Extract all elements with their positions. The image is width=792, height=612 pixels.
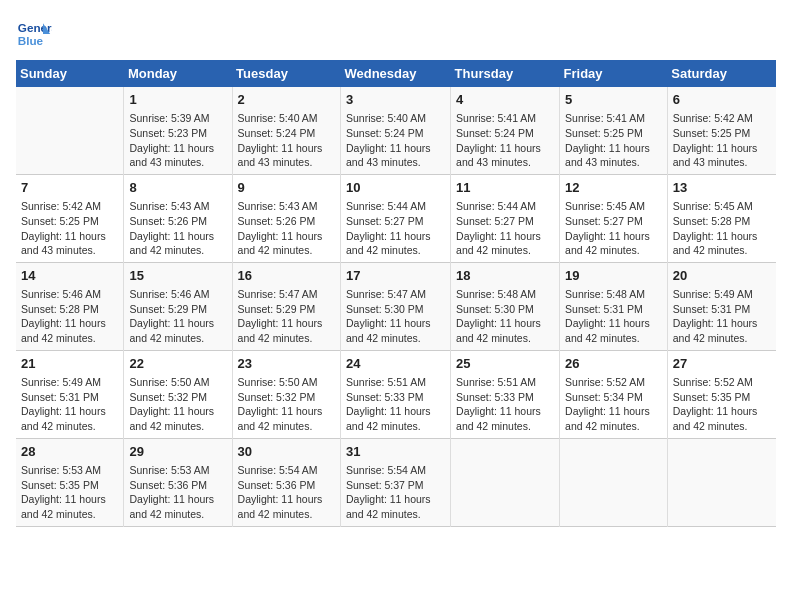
- day-number: 31: [346, 443, 445, 461]
- calendar-week-4: 21Sunrise: 5:49 AM Sunset: 5:31 PM Dayli…: [16, 350, 776, 438]
- calendar-cell: 6Sunrise: 5:42 AM Sunset: 5:25 PM Daylig…: [667, 87, 776, 174]
- day-number: 17: [346, 267, 445, 285]
- day-info: Sunrise: 5:43 AM Sunset: 5:26 PM Dayligh…: [238, 199, 335, 258]
- day-number: 19: [565, 267, 662, 285]
- day-info: Sunrise: 5:48 AM Sunset: 5:31 PM Dayligh…: [565, 287, 662, 346]
- day-number: 20: [673, 267, 771, 285]
- calendar-cell: 22Sunrise: 5:50 AM Sunset: 5:32 PM Dayli…: [124, 350, 232, 438]
- day-number: 12: [565, 179, 662, 197]
- calendar-cell: 14Sunrise: 5:46 AM Sunset: 5:28 PM Dayli…: [16, 262, 124, 350]
- day-info: Sunrise: 5:49 AM Sunset: 5:31 PM Dayligh…: [21, 375, 118, 434]
- header-cell-thursday: Thursday: [451, 60, 560, 87]
- day-info: Sunrise: 5:39 AM Sunset: 5:23 PM Dayligh…: [129, 111, 226, 170]
- day-number: 8: [129, 179, 226, 197]
- calendar-cell: 9Sunrise: 5:43 AM Sunset: 5:26 PM Daylig…: [232, 174, 340, 262]
- calendar-cell: 21Sunrise: 5:49 AM Sunset: 5:31 PM Dayli…: [16, 350, 124, 438]
- day-info: Sunrise: 5:46 AM Sunset: 5:28 PM Dayligh…: [21, 287, 118, 346]
- calendar-cell: 23Sunrise: 5:50 AM Sunset: 5:32 PM Dayli…: [232, 350, 340, 438]
- calendar-cell: 13Sunrise: 5:45 AM Sunset: 5:28 PM Dayli…: [667, 174, 776, 262]
- calendar-cell: [451, 438, 560, 526]
- calendar-cell: 25Sunrise: 5:51 AM Sunset: 5:33 PM Dayli…: [451, 350, 560, 438]
- logo: General Blue: [16, 16, 56, 52]
- day-info: Sunrise: 5:54 AM Sunset: 5:36 PM Dayligh…: [238, 463, 335, 522]
- day-info: Sunrise: 5:52 AM Sunset: 5:34 PM Dayligh…: [565, 375, 662, 434]
- day-info: Sunrise: 5:41 AM Sunset: 5:24 PM Dayligh…: [456, 111, 554, 170]
- calendar-cell: 7Sunrise: 5:42 AM Sunset: 5:25 PM Daylig…: [16, 174, 124, 262]
- calendar-body: 1Sunrise: 5:39 AM Sunset: 5:23 PM Daylig…: [16, 87, 776, 526]
- day-info: Sunrise: 5:46 AM Sunset: 5:29 PM Dayligh…: [129, 287, 226, 346]
- calendar-week-1: 1Sunrise: 5:39 AM Sunset: 5:23 PM Daylig…: [16, 87, 776, 174]
- day-info: Sunrise: 5:41 AM Sunset: 5:25 PM Dayligh…: [565, 111, 662, 170]
- header-cell-monday: Monday: [124, 60, 232, 87]
- day-info: Sunrise: 5:50 AM Sunset: 5:32 PM Dayligh…: [129, 375, 226, 434]
- day-number: 21: [21, 355, 118, 373]
- calendar-cell: 15Sunrise: 5:46 AM Sunset: 5:29 PM Dayli…: [124, 262, 232, 350]
- calendar-cell: 16Sunrise: 5:47 AM Sunset: 5:29 PM Dayli…: [232, 262, 340, 350]
- day-info: Sunrise: 5:53 AM Sunset: 5:35 PM Dayligh…: [21, 463, 118, 522]
- calendar-header-row: SundayMondayTuesdayWednesdayThursdayFrid…: [16, 60, 776, 87]
- day-number: 4: [456, 91, 554, 109]
- calendar-week-3: 14Sunrise: 5:46 AM Sunset: 5:28 PM Dayli…: [16, 262, 776, 350]
- day-info: Sunrise: 5:40 AM Sunset: 5:24 PM Dayligh…: [346, 111, 445, 170]
- header-cell-friday: Friday: [560, 60, 668, 87]
- calendar-cell: 26Sunrise: 5:52 AM Sunset: 5:34 PM Dayli…: [560, 350, 668, 438]
- header-cell-saturday: Saturday: [667, 60, 776, 87]
- calendar-cell: 30Sunrise: 5:54 AM Sunset: 5:36 PM Dayli…: [232, 438, 340, 526]
- calendar-week-5: 28Sunrise: 5:53 AM Sunset: 5:35 PM Dayli…: [16, 438, 776, 526]
- day-number: 18: [456, 267, 554, 285]
- day-number: 29: [129, 443, 226, 461]
- calendar-cell: 19Sunrise: 5:48 AM Sunset: 5:31 PM Dayli…: [560, 262, 668, 350]
- calendar-cell: 24Sunrise: 5:51 AM Sunset: 5:33 PM Dayli…: [340, 350, 450, 438]
- day-info: Sunrise: 5:45 AM Sunset: 5:28 PM Dayligh…: [673, 199, 771, 258]
- day-info: Sunrise: 5:53 AM Sunset: 5:36 PM Dayligh…: [129, 463, 226, 522]
- calendar-cell: 4Sunrise: 5:41 AM Sunset: 5:24 PM Daylig…: [451, 87, 560, 174]
- calendar-cell: 11Sunrise: 5:44 AM Sunset: 5:27 PM Dayli…: [451, 174, 560, 262]
- calendar-cell: 20Sunrise: 5:49 AM Sunset: 5:31 PM Dayli…: [667, 262, 776, 350]
- day-info: Sunrise: 5:52 AM Sunset: 5:35 PM Dayligh…: [673, 375, 771, 434]
- header-cell-tuesday: Tuesday: [232, 60, 340, 87]
- day-info: Sunrise: 5:51 AM Sunset: 5:33 PM Dayligh…: [346, 375, 445, 434]
- day-info: Sunrise: 5:48 AM Sunset: 5:30 PM Dayligh…: [456, 287, 554, 346]
- day-number: 6: [673, 91, 771, 109]
- day-number: 30: [238, 443, 335, 461]
- day-info: Sunrise: 5:42 AM Sunset: 5:25 PM Dayligh…: [673, 111, 771, 170]
- day-number: 23: [238, 355, 335, 373]
- header-cell-sunday: Sunday: [16, 60, 124, 87]
- calendar-cell: [16, 87, 124, 174]
- header-cell-wednesday: Wednesday: [340, 60, 450, 87]
- day-info: Sunrise: 5:51 AM Sunset: 5:33 PM Dayligh…: [456, 375, 554, 434]
- day-info: Sunrise: 5:47 AM Sunset: 5:30 PM Dayligh…: [346, 287, 445, 346]
- day-number: 2: [238, 91, 335, 109]
- day-info: Sunrise: 5:50 AM Sunset: 5:32 PM Dayligh…: [238, 375, 335, 434]
- calendar-cell: 3Sunrise: 5:40 AM Sunset: 5:24 PM Daylig…: [340, 87, 450, 174]
- day-info: Sunrise: 5:47 AM Sunset: 5:29 PM Dayligh…: [238, 287, 335, 346]
- day-number: 10: [346, 179, 445, 197]
- day-number: 3: [346, 91, 445, 109]
- calendar-cell: 1Sunrise: 5:39 AM Sunset: 5:23 PM Daylig…: [124, 87, 232, 174]
- svg-text:Blue: Blue: [18, 34, 44, 47]
- day-number: 16: [238, 267, 335, 285]
- calendar-cell: 28Sunrise: 5:53 AM Sunset: 5:35 PM Dayli…: [16, 438, 124, 526]
- day-number: 13: [673, 179, 771, 197]
- calendar-cell: 31Sunrise: 5:54 AM Sunset: 5:37 PM Dayli…: [340, 438, 450, 526]
- day-number: 26: [565, 355, 662, 373]
- day-number: 24: [346, 355, 445, 373]
- day-info: Sunrise: 5:44 AM Sunset: 5:27 PM Dayligh…: [346, 199, 445, 258]
- calendar-cell: 12Sunrise: 5:45 AM Sunset: 5:27 PM Dayli…: [560, 174, 668, 262]
- day-number: 14: [21, 267, 118, 285]
- calendar-cell: [667, 438, 776, 526]
- calendar-cell: 10Sunrise: 5:44 AM Sunset: 5:27 PM Dayli…: [340, 174, 450, 262]
- day-number: 25: [456, 355, 554, 373]
- day-number: 22: [129, 355, 226, 373]
- calendar-cell: 29Sunrise: 5:53 AM Sunset: 5:36 PM Dayli…: [124, 438, 232, 526]
- day-info: Sunrise: 5:43 AM Sunset: 5:26 PM Dayligh…: [129, 199, 226, 258]
- day-info: Sunrise: 5:42 AM Sunset: 5:25 PM Dayligh…: [21, 199, 118, 258]
- day-number: 9: [238, 179, 335, 197]
- day-number: 27: [673, 355, 771, 373]
- day-info: Sunrise: 5:45 AM Sunset: 5:27 PM Dayligh…: [565, 199, 662, 258]
- day-number: 5: [565, 91, 662, 109]
- calendar-week-2: 7Sunrise: 5:42 AM Sunset: 5:25 PM Daylig…: [16, 174, 776, 262]
- calendar-cell: 2Sunrise: 5:40 AM Sunset: 5:24 PM Daylig…: [232, 87, 340, 174]
- calendar-table: SundayMondayTuesdayWednesdayThursdayFrid…: [16, 60, 776, 527]
- day-info: Sunrise: 5:49 AM Sunset: 5:31 PM Dayligh…: [673, 287, 771, 346]
